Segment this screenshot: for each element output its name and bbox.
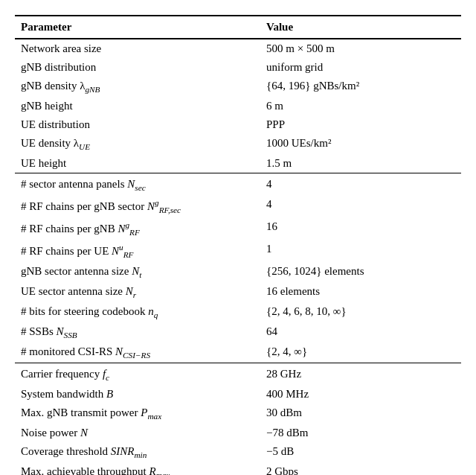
param-cell: Network area size: [15, 39, 260, 58]
value-cell: 4: [260, 195, 461, 217]
value-cell: 1: [260, 240, 461, 262]
param-cell: # bits for steering codebook nq: [15, 302, 260, 322]
value-cell: 28 GHz: [260, 363, 461, 386]
table-row: Carrier frequency fc28 GHz: [15, 363, 461, 386]
table-row: # sector antenna panels Nsec4: [15, 173, 461, 196]
param-cell: # RF chains per UE NuRF: [15, 240, 260, 262]
param-cell: UE height: [15, 154, 260, 173]
param-cell: Coverage threshold SINRmin: [15, 442, 260, 462]
param-cell: UE density λUE: [15, 134, 260, 154]
table-row: UE height1.5 m: [15, 154, 461, 173]
param-cell: UE distribution: [15, 115, 260, 134]
table-row: # monitored CSI-RS NCSI−RS{2, 4, ∞}: [15, 342, 461, 363]
value-cell: {64, 196} gNBs/km²: [260, 77, 461, 97]
table-row: Max. achievable throughput Rmax2 Gbps: [15, 462, 461, 475]
table-row: # RF chains per gNB sector NgRF,sec4: [15, 195, 461, 217]
value-cell: PPP: [260, 115, 461, 134]
value-cell: {2, 4, 6, 8, 10, ∞}: [260, 302, 461, 322]
value-cell: −78 dBm: [260, 424, 461, 442]
param-cell: # monitored CSI-RS NCSI−RS: [15, 342, 260, 363]
value-cell: 6 m: [260, 97, 461, 115]
value-cell: 1000 UEs/km²: [260, 134, 461, 154]
param-cell: # sector antenna panels Nsec: [15, 173, 260, 196]
table-wrapper: Parameter Value Network area size500 m ×…: [15, 15, 461, 475]
param-cell: # SSBs NSSB: [15, 322, 260, 342]
table-header-row: Parameter Value: [15, 16, 461, 39]
table-row: gNB density λgNB{64, 196} gNBs/km²: [15, 77, 461, 97]
table-row: # bits for steering codebook nq{2, 4, 6,…: [15, 302, 461, 322]
table-row: Network area size500 m × 500 m: [15, 39, 461, 58]
value-cell: 500 m × 500 m: [260, 39, 461, 58]
table-row: gNB distributionuniform grid: [15, 58, 461, 77]
param-cell: gNB density λgNB: [15, 77, 260, 97]
value-cell: 30 dBm: [260, 404, 461, 424]
param-cell: Max. gNB transmit power Pmax: [15, 404, 260, 424]
param-cell: Noise power N: [15, 424, 260, 442]
value-cell: 400 MHz: [260, 385, 461, 404]
param-cell: UE sector antenna size Nr: [15, 282, 260, 302]
value-cell: {256, 1024} elements: [260, 262, 461, 282]
table-row: # RF chains per gNB NgRF16: [15, 217, 461, 240]
table-row: # RF chains per UE NuRF1: [15, 240, 461, 262]
param-cell: # RF chains per gNB sector NgRF,sec: [15, 195, 260, 217]
value-cell: 1.5 m: [260, 154, 461, 173]
value-cell: 16 elements: [260, 282, 461, 302]
value-cell: −5 dB: [260, 442, 461, 462]
value-cell: 16: [260, 217, 461, 240]
table-row: UE distributionPPP: [15, 115, 461, 134]
param-cell: gNB height: [15, 97, 260, 115]
table-row: # SSBs NSSB64: [15, 322, 461, 342]
table-row: Coverage threshold SINRmin−5 dB: [15, 442, 461, 462]
table-row: System bandwidth B400 MHz: [15, 385, 461, 404]
param-cell: gNB sector antenna size Nt: [15, 262, 260, 282]
value-cell: 4: [260, 173, 461, 196]
table-row: Max. gNB transmit power Pmax30 dBm: [15, 404, 461, 424]
value-cell: 64: [260, 322, 461, 342]
param-cell: Max. achievable throughput Rmax: [15, 462, 260, 475]
table-row: UE sector antenna size Nr16 elements: [15, 282, 461, 302]
value-cell: {2, 4, ∞}: [260, 342, 461, 363]
table-row: gNB sector antenna size Nt{256, 1024} el…: [15, 262, 461, 282]
value-cell: 2 Gbps: [260, 462, 461, 475]
param-cell: Carrier frequency fc: [15, 363, 260, 386]
table-row: gNB height6 m: [15, 97, 461, 115]
param-column-header: Parameter: [15, 16, 260, 39]
param-cell: # RF chains per gNB NgRF: [15, 217, 260, 240]
value-column-header: Value: [260, 16, 461, 39]
param-cell: gNB distribution: [15, 58, 260, 77]
value-cell: uniform grid: [260, 58, 461, 77]
parameters-table: Parameter Value Network area size500 m ×…: [15, 15, 461, 475]
table-row: UE density λUE1000 UEs/km²: [15, 134, 461, 154]
param-cell: System bandwidth B: [15, 385, 260, 404]
table-row: Noise power N−78 dBm: [15, 424, 461, 442]
